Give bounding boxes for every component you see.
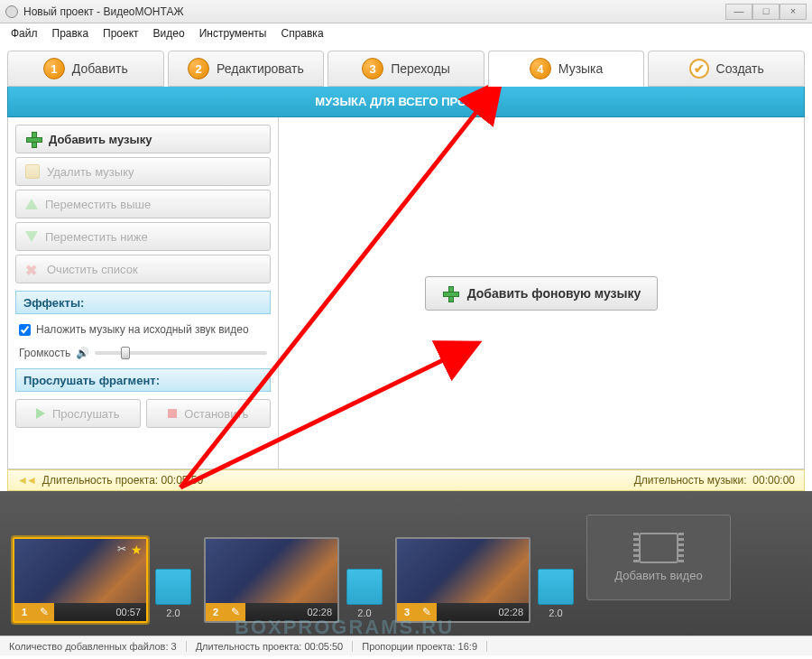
clip-num: 2 — [206, 603, 226, 621]
status-ratio: Пропорции проекта: 16:9 — [353, 641, 487, 652]
duration-bar: ◄◄ Длительность проекта: 00:05:50 Длител… — [7, 469, 805, 491]
clip-bar: 2 ✎ 02:28 — [206, 603, 337, 621]
clip-num: 1 — [14, 603, 34, 621]
slider-thumb[interactable] — [121, 347, 130, 359]
transition-label: 2.0 — [357, 608, 371, 618]
music-sidebar: Добавить музыку Удалить музыку Перемести… — [8, 117, 279, 469]
add-bg-music-button[interactable]: Добавить фоновую музыку — [425, 276, 659, 311]
tab-edit[interactable]: 2Редактировать — [168, 51, 325, 87]
overlay-option[interactable]: Наложить музыку на исходный звук видео — [15, 318, 271, 341]
clip-bar: 1 ✎ 00:57 — [14, 603, 146, 621]
x-icon: ✖ — [25, 262, 40, 276]
stop-icon — [168, 409, 177, 418]
effects-header: Эффекты: — [15, 291, 271, 314]
menu-file[interactable]: Файл — [4, 27, 45, 40]
folder-icon — [25, 164, 40, 179]
play-icon — [36, 408, 45, 419]
scissors-icon: ✂ — [117, 543, 126, 555]
menu-edit[interactable]: Правка — [45, 27, 97, 40]
section-band: МУЗЫКА ДЛЯ ВСЕГО ПРОЕКТА — [7, 87, 805, 117]
tab-num-2-icon: 2 — [188, 58, 209, 79]
tab-check-icon: ✔ — [689, 59, 709, 79]
move-down-button[interactable]: Переместить ниже — [15, 222, 271, 251]
music-duration: Длительность музыки: 00:00:00 — [634, 474, 795, 487]
tab-transitions[interactable]: 3Переходы — [328, 51, 484, 87]
tab-num-4-icon: 4 — [530, 58, 551, 79]
menubar: Файл Правка Проект Видео Инструменты Спр… — [0, 23, 812, 43]
move-up-label: Переместить выше — [45, 198, 151, 211]
plus-icon — [25, 131, 42, 147]
window-title: Новый проект - ВидеоМОНТАЖ — [23, 5, 184, 18]
clip-thumb[interactable]: 2 ✎ 02:28 — [204, 537, 339, 623]
add-music-label: Добавить музыку — [49, 133, 152, 146]
app-icon — [5, 5, 18, 18]
clip-thumb[interactable]: 3 ✎ 02:28 — [395, 537, 531, 623]
clip-time: 02:28 — [301, 607, 337, 617]
status-bar: Количество добавленных файлов: 3 Длитель… — [0, 636, 812, 655]
overlay-checkbox[interactable] — [19, 324, 31, 336]
close-button[interactable]: × — [780, 4, 807, 20]
tab-music-label: Музыка — [558, 61, 604, 76]
menu-help[interactable]: Справка — [273, 27, 330, 40]
status-files: Количество добавленных файлов: 3 — [0, 641, 187, 652]
volume-label: Громкость — [19, 347, 70, 359]
arrow-down-icon — [25, 231, 38, 242]
tab-create[interactable]: ✔Создать — [648, 51, 805, 87]
clip-1[interactable]: ✂ ★ 1 ✎ 00:57 2.0 — [13, 515, 191, 623]
clip-thumb[interactable]: ✂ ★ 1 ✎ 00:57 — [13, 537, 148, 623]
clip-time: 00:57 — [110, 607, 146, 617]
arrow-up-icon — [25, 199, 38, 209]
plus-icon — [442, 285, 458, 302]
move-down-label: Переместить ниже — [45, 230, 148, 244]
clear-list-button[interactable]: ✖Очистить список — [15, 255, 271, 283]
clear-list-label: Очистить список — [47, 263, 138, 276]
add-video-label: Добавить видео — [614, 569, 702, 582]
chevron-left-icon: ◄◄ — [17, 474, 35, 487]
transition-2[interactable]: 2.0 — [346, 569, 383, 605]
overlay-label: Наложить музыку на исходный звук видео — [36, 323, 249, 336]
add-video-button[interactable]: Добавить видео — [586, 515, 731, 600]
play-button[interactable]: Прослушать — [15, 399, 141, 428]
music-canvas: Добавить фоновую музыку — [279, 117, 804, 469]
menu-tools[interactable]: Инструменты — [192, 27, 274, 40]
add-bg-music-label: Добавить фоновую музыку — [467, 286, 641, 301]
transition-3[interactable]: 2.0 — [538, 569, 574, 605]
star-icon: ★ — [131, 543, 143, 557]
volume-slider[interactable] — [95, 351, 267, 355]
tab-add[interactable]: 1Добавить — [7, 51, 164, 87]
move-up-button[interactable]: Переместить выше — [15, 190, 271, 218]
music-duration-value: 00:00:00 — [752, 474, 795, 487]
tab-add-label: Добавить — [72, 61, 128, 76]
tab-edit-label: Редактировать — [217, 61, 304, 76]
clip-3[interactable]: 3 ✎ 02:28 2.0 — [395, 515, 574, 623]
stop-label: Остановить — [184, 407, 248, 421]
delete-music-label: Удалить музыку — [47, 165, 134, 179]
pencil-icon[interactable]: ✎ — [226, 603, 245, 621]
maximize-button[interactable]: □ — [752, 4, 780, 20]
transition-1[interactable]: 2.0 — [155, 569, 191, 605]
tab-num-1-icon: 1 — [43, 58, 65, 79]
clip-2[interactable]: 2 ✎ 02:28 2.0 — [204, 515, 383, 623]
window-buttons: — □ × — [725, 4, 807, 20]
status-duration: Длительность проекта: 00:05:50 — [187, 641, 354, 652]
tab-transitions-label: Переходы — [391, 61, 450, 76]
menu-project[interactable]: Проект — [96, 27, 146, 40]
menu-video[interactable]: Видео — [146, 27, 192, 40]
transition-label: 2.0 — [549, 608, 562, 618]
timeline[interactable]: ✂ ★ 1 ✎ 00:57 2.0 2 ✎ 02:28 2.0 3 ✎ 02:2… — [0, 491, 812, 636]
volume-row: Громкость 🔊 — [15, 341, 271, 365]
clip-num: 3 — [397, 603, 417, 621]
play-label: Прослушать — [52, 407, 120, 421]
tab-num-3-icon: 3 — [362, 58, 383, 79]
tab-music[interactable]: 4Музыка — [488, 51, 645, 87]
minimize-button[interactable]: — — [725, 4, 752, 20]
speaker-icon: 🔊 — [76, 347, 89, 359]
titlebar: Новый проект - ВидеоМОНТАЖ — □ × — [0, 0, 812, 23]
add-music-button[interactable]: Добавить музыку — [15, 125, 271, 153]
clip-bar: 3 ✎ 02:28 — [397, 603, 529, 621]
stop-button[interactable]: Остановить — [146, 399, 272, 428]
pencil-icon[interactable]: ✎ — [417, 603, 437, 621]
delete-music-button[interactable]: Удалить музыку — [15, 157, 271, 186]
music-duration-label: Длительность музыки: — [634, 474, 747, 487]
pencil-icon[interactable]: ✎ — [34, 603, 54, 621]
